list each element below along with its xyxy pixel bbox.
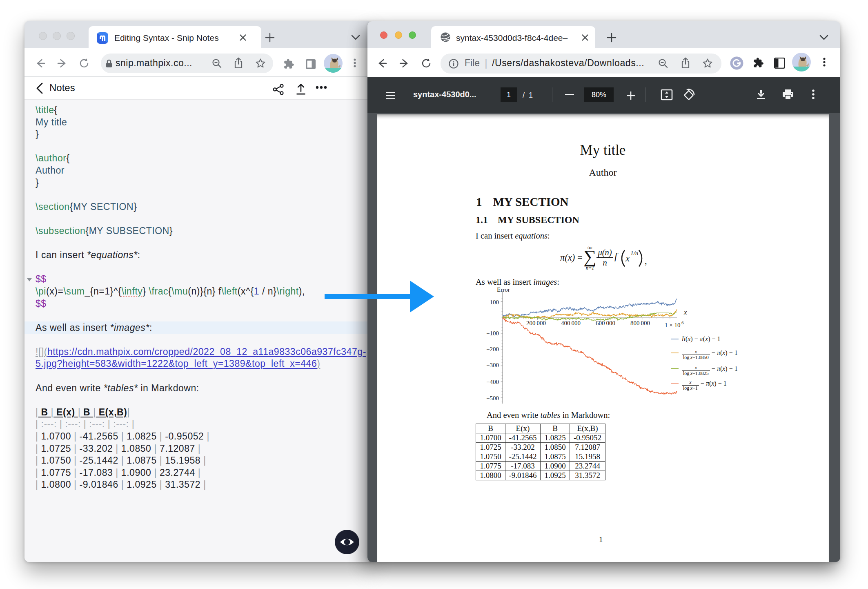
- svg-text:6: 6: [681, 320, 684, 325]
- svg-text:100: 100: [490, 299, 499, 306]
- svg-text:200 000: 200 000: [526, 320, 546, 326]
- svg-text:x: x: [683, 308, 687, 316]
- svg-text:−200: −200: [486, 346, 499, 353]
- svg-text:Error: Error: [497, 286, 510, 293]
- svg-text:−400: −400: [486, 379, 499, 385]
- svg-text:400 000: 400 000: [561, 320, 581, 326]
- svg-text:−300: −300: [486, 362, 499, 368]
- svg-text:−500: −500: [486, 395, 499, 402]
- svg-text:−100: −100: [486, 330, 499, 337]
- svg-text:800 000: 800 000: [630, 320, 650, 326]
- svg-text:600 000: 600 000: [596, 320, 615, 326]
- svg-text:1 × 10: 1 × 10: [665, 322, 680, 328]
